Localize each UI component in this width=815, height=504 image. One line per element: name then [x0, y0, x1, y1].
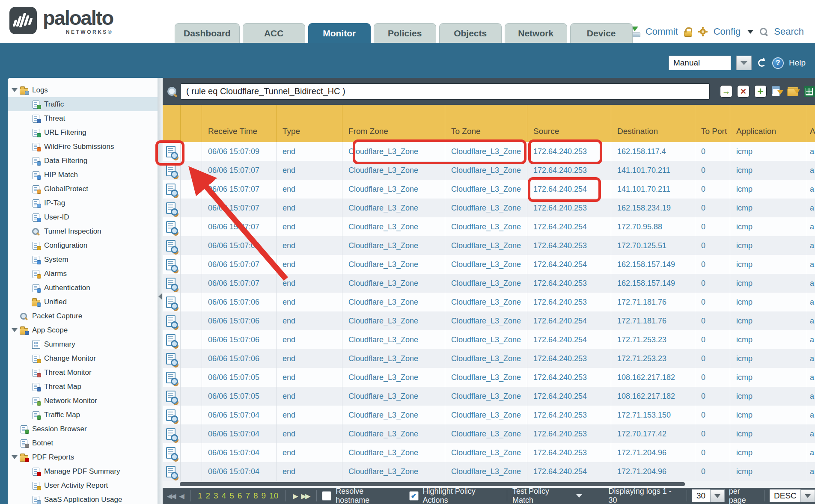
cell-destination[interactable]: 108.162.217.182 — [611, 368, 695, 387]
detail-cell[interactable] — [163, 349, 181, 368]
cell-source[interactable]: 172.64.240.254 — [527, 311, 611, 330]
cell-receive-time[interactable]: 06/06 15:07:04 — [202, 462, 277, 481]
cell-receive-time[interactable]: 06/06 15:07:06 — [202, 349, 277, 368]
cell-destination[interactable]: 162.158.157.149 — [611, 255, 695, 274]
tab-dashboard[interactable]: Dashboard — [175, 23, 240, 43]
tab-device[interactable]: Device — [570, 23, 633, 43]
sidebar-item-manage-pdf-summary[interactable]: Manage PDF Summary — [8, 464, 158, 478]
cell-to-port[interactable]: 0 — [695, 424, 730, 443]
cell-source[interactable]: 172.64.240.254 — [527, 255, 611, 274]
sidebar-item-data-filtering[interactable]: Data Filtering — [8, 154, 158, 168]
load-filter-icon[interactable] — [787, 86, 799, 97]
sidebar-item-user-activity-report[interactable]: User Activity Report — [8, 478, 158, 492]
cell-type[interactable]: end — [277, 406, 342, 424]
cell-to-zone[interactable]: Cloudflare_L3_Zone — [445, 293, 527, 311]
sidebar-item-summary[interactable]: Summary — [8, 337, 158, 351]
commit-button[interactable]: Commit — [645, 26, 678, 37]
page-number-4[interactable]: 4 — [222, 491, 226, 500]
detail-cell[interactable] — [163, 217, 181, 236]
sidebar-item-wildfire-submissions[interactable]: WildFire Submissions — [8, 139, 158, 154]
tab-policies[interactable]: Policies — [374, 23, 436, 43]
cell-from-zone[interactable]: Cloudflare_L3_Zone — [342, 368, 445, 387]
tab-monitor[interactable]: Monitor — [308, 23, 371, 43]
cell-receive-time[interactable]: 06/06 15:07:04 — [202, 424, 277, 443]
cell-destination[interactable]: 141.101.70.211 — [611, 161, 695, 180]
cell-from-zone[interactable]: Cloudflare_L3_Zone — [342, 406, 445, 424]
sidebar-item-threat-monitor[interactable]: Threat Monitor — [8, 365, 158, 379]
cell-source[interactable]: 172.64.240.254 — [527, 217, 611, 236]
cell-to-zone[interactable]: Cloudflare_L3_Zone — [445, 236, 527, 255]
refresh-mode-select[interactable]: Manual — [669, 56, 731, 70]
cell-destination[interactable]: 172.70.177.42 — [611, 424, 695, 443]
global-search-button[interactable]: Search — [774, 26, 804, 37]
sidebar-item-session-browser[interactable]: Session Browser — [8, 422, 158, 436]
cell-a[interactable]: a — [807, 311, 815, 330]
cell-application[interactable]: icmp — [730, 462, 807, 481]
column-header-type[interactable]: Type — [277, 105, 342, 142]
sidebar-item-tunnel-inspection[interactable]: Tunnel Inspection — [8, 224, 158, 238]
resolve-hostname-label[interactable]: Resolve hostname — [336, 487, 399, 504]
cell-to-zone[interactable]: Cloudflare_L3_Zone — [445, 349, 527, 368]
cell-source[interactable]: 172.64.240.253 — [527, 274, 611, 293]
cell-to-zone[interactable]: Cloudflare_L3_Zone — [445, 180, 527, 199]
cell-type[interactable]: end — [277, 236, 342, 255]
detail-cell[interactable] — [163, 293, 181, 311]
per-page-dropdown-button[interactable] — [710, 489, 725, 502]
apply-filter-button[interactable]: → — [720, 85, 732, 98]
tab-network[interactable]: Network — [505, 23, 567, 43]
page-number-2[interactable]: 2 — [206, 491, 211, 500]
cell-type[interactable]: end — [277, 368, 342, 387]
cell-to-port[interactable]: 0 — [695, 387, 730, 406]
cell-to-port[interactable]: 0 — [695, 311, 730, 330]
cell-to-port[interactable]: 0 — [695, 161, 730, 180]
cell-destination[interactable]: 162.158.234.19 — [611, 199, 695, 217]
cell-destination[interactable]: 172.71.204.96 — [611, 462, 695, 481]
cell-from-zone[interactable]: Cloudflare_L3_Zone — [342, 311, 445, 330]
next-page-button[interactable]: ▶ — [293, 492, 297, 500]
sidebar-item-pdf-reports[interactable]: PDF Reports — [8, 450, 158, 464]
log-detail-icon[interactable] — [166, 259, 175, 270]
config-button[interactable]: Config — [714, 26, 741, 37]
log-detail-icon[interactable] — [166, 391, 175, 402]
cell-receive-time[interactable]: 06/06 15:07:09 — [202, 142, 277, 161]
detail-cell[interactable] — [163, 330, 181, 349]
horizontal-scrollbar-thumb[interactable] — [180, 482, 685, 486]
cell-source[interactable]: 172.64.240.254 — [527, 180, 611, 199]
cell-to-zone[interactable]: Cloudflare_L3_Zone — [445, 387, 527, 406]
cell-to-port[interactable]: 0 — [695, 406, 730, 424]
sidebar-item-network-monitor[interactable]: Network Monitor — [8, 394, 158, 408]
cell-to-zone[interactable]: Cloudflare_L3_Zone — [445, 368, 527, 387]
cell-receive-time[interactable]: 06/06 15:07:06 — [202, 311, 277, 330]
cell-destination[interactable]: 172.71.253.23 — [611, 349, 695, 368]
column-header-application[interactable]: Application — [730, 105, 807, 142]
add-filter-button[interactable]: + — [754, 85, 767, 98]
column-header-source[interactable]: Source — [527, 105, 611, 142]
cell-a[interactable]: a — [807, 293, 815, 311]
cell-from-zone[interactable]: Cloudflare_L3_Zone — [342, 330, 445, 349]
cell-to-port[interactable]: 0 — [695, 462, 730, 481]
cell-source[interactable]: 172.64.240.253 — [527, 349, 611, 368]
detail-cell[interactable] — [163, 387, 181, 406]
cell-receive-time[interactable]: 06/06 15:07:07 — [202, 274, 277, 293]
cell-destination[interactable]: 172.70.125.51 — [611, 236, 695, 255]
first-page-button[interactable]: ◀◀ — [167, 492, 175, 500]
cell-to-port[interactable]: 0 — [695, 142, 730, 161]
cell-source[interactable]: 172.64.240.253 — [527, 406, 611, 424]
config-caret-icon[interactable] — [747, 30, 753, 34]
cell-source[interactable]: 172.64.240.253 — [527, 424, 611, 443]
cell-a[interactable]: a — [807, 255, 815, 274]
detail-cell[interactable] — [163, 199, 181, 217]
cell-type[interactable]: end — [277, 424, 342, 443]
highlight-policy-actions-label[interactable]: Highlight Policy Actions — [423, 487, 502, 504]
cell-source[interactable]: 172.64.240.253 — [527, 236, 611, 255]
cell-to-port[interactable]: 0 — [695, 199, 730, 217]
last-page-button[interactable]: ▶▶ — [301, 492, 309, 500]
sidebar-item-logs[interactable]: Logs — [8, 83, 158, 97]
detail-cell[interactable] — [163, 142, 181, 161]
cell-source[interactable]: 172.64.240.253 — [527, 368, 611, 387]
cell-type[interactable]: end — [277, 330, 342, 349]
test-policy-match-button[interactable]: Test Policy Match — [512, 487, 572, 504]
cell-source[interactable]: 172.64.240.253 — [527, 443, 611, 462]
cell-receive-time[interactable]: 06/06 15:07:04 — [202, 406, 277, 424]
cell-destination[interactable]: 108.162.217.182 — [611, 387, 695, 406]
